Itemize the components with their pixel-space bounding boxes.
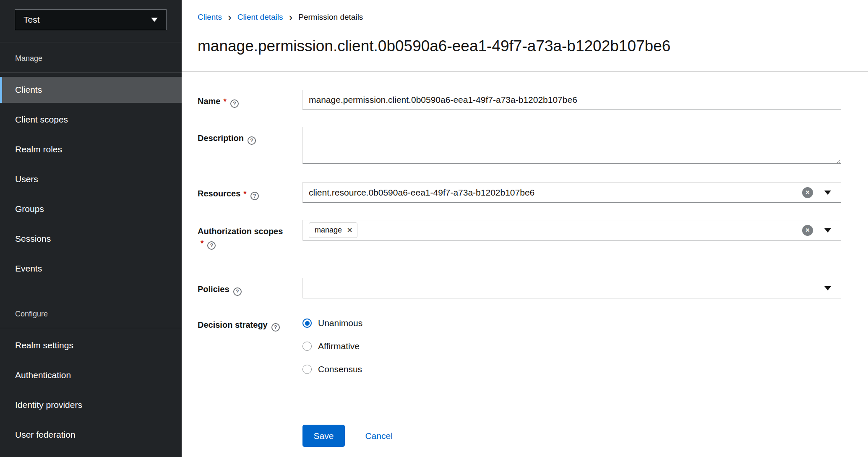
form-row-resources: Resources* client.resource.0b0590a6-eea1… [198,182,841,203]
sidebar-item-user-federation[interactable]: User federation [0,422,182,448]
sidebar-item-identity-providers[interactable]: Identity providers [0,392,182,418]
form-row-policies: Policies [198,278,841,298]
clear-selection-icon[interactable] [802,225,813,236]
page-title: manage.permission.client.0b0590a6-eea1-4… [198,37,841,55]
resources-select[interactable]: client.resource.0b0590a6-eea1-49f7-a73a-… [302,182,841,203]
radio-label: Affirmative [318,341,360,351]
sidebar-item-realm-roles[interactable]: Realm roles [0,136,182,162]
radio-option-consensus[interactable]: Consensus [302,362,841,376]
page-header: Clients Client details Permission detail… [182,0,868,72]
sidebar-item-client-scopes[interactable]: Client scopes [0,107,182,133]
authorization-scopes-label: Authorization scopes * [198,220,287,250]
actions-buttons: Save Cancel [302,425,841,447]
sidebar-item-label: Realm roles [15,144,62,154]
help-icon[interactable] [271,323,280,332]
breadcrumb-link-client-details[interactable]: Client details [237,13,283,22]
clear-selection-icon[interactable] [802,187,813,198]
policies-label: Policies [198,278,287,298]
sidebar-item-sessions[interactable]: Sessions [0,226,182,252]
select-controls [802,183,841,202]
description-field-wrap [302,127,841,165]
select-controls [824,278,841,298]
sidebar-item-groups[interactable]: Groups [0,196,182,222]
divider [0,72,182,73]
nav-section-label: Manage [0,53,182,63]
authorization-scopes-select[interactable]: manage [302,220,841,240]
help-icon[interactable] [248,136,256,145]
sidebar-item-label: Clients [15,85,42,95]
form-row-name: Name* [198,90,841,110]
radio-label: Unanimous [318,318,362,328]
resources-label: Resources* [198,182,287,203]
save-button[interactable]: Save [302,425,345,447]
nav-section-configure: Configure Realm settings Authentication … [0,309,182,448]
actions-label-spacer [198,425,287,447]
select-controls [802,220,841,240]
main-content: Clients Client details Permission detail… [182,0,868,457]
sidebar-item-authentication[interactable]: Authentication [0,362,182,388]
breadcrumb-current: Permission details [298,13,363,22]
radio-consensus[interactable] [302,365,312,374]
form-actions: Save Cancel [198,425,841,447]
scope-chip: manage [309,222,357,238]
radio-affirmative[interactable] [302,342,312,351]
sidebar-item-users[interactable]: Users [0,166,182,192]
help-icon[interactable] [250,192,259,200]
sidebar-item-label: Client scopes [15,115,68,125]
caret-down-icon[interactable] [824,286,831,290]
caret-down-icon [151,18,158,22]
name-label: Name* [198,90,287,110]
sidebar-item-clients[interactable]: Clients [0,77,182,103]
sidebar-nav: Manage Clients Client scopes Realm roles… [0,42,182,448]
realm-selector[interactable]: Test [15,9,167,30]
required-asterisk: * [243,189,246,198]
sidebar-item-label: Realm settings [15,340,73,350]
description-textarea[interactable] [302,127,841,164]
description-label: Description [198,127,287,165]
realm-selector-value: Test [23,15,40,25]
app: Test Manage Clients Client scopes Realm … [0,0,868,457]
angle-right-icon [289,13,293,21]
caret-down-icon[interactable] [824,228,831,232]
sidebar-item-realm-settings[interactable]: Realm settings [0,332,182,358]
help-icon[interactable] [230,99,239,108]
form-row-description: Description [198,127,841,165]
decision-strategy-radio-group: Unanimous Affirmative Consensus [302,313,841,376]
sidebar-item-label: Users [15,174,38,184]
policies-select[interactable] [302,278,841,298]
breadcrumb-link-clients[interactable]: Clients [198,13,222,22]
sidebar-item-label: Authentication [15,370,71,380]
divider [0,328,182,328]
radio-unanimous[interactable] [302,319,312,328]
nav-section-manage: Manage Clients Client scopes Realm roles… [0,53,182,282]
form-row-authorization-scopes: Authorization scopes * manage [198,220,841,250]
sidebar-item-events[interactable]: Events [0,256,182,282]
sidebar-item-label: Events [15,264,42,274]
sidebar-item-label: Identity providers [15,400,82,410]
decision-strategy-label: Decision strategy [198,313,287,376]
sidebar-item-label: User federation [15,430,76,440]
required-asterisk: * [201,239,203,248]
caret-down-icon[interactable] [824,191,831,195]
radio-label: Consensus [318,364,362,374]
nav-section-label: Configure [0,309,182,319]
radio-option-affirmative[interactable]: Affirmative [302,339,841,353]
help-icon[interactable] [233,287,242,296]
sidebar: Test Manage Clients Client scopes Realm … [0,0,182,457]
radio-option-unanimous[interactable]: Unanimous [302,316,841,330]
required-asterisk: * [223,97,226,106]
chip-remove-icon[interactable] [347,227,352,234]
form-row-decision-strategy: Decision strategy Unanimous Affirmative … [198,313,841,376]
help-icon[interactable] [207,241,216,250]
sidebar-item-label: Groups [15,204,44,214]
cancel-button[interactable]: Cancel [362,431,395,441]
sidebar-item-label: Sessions [15,234,51,244]
breadcrumb: Clients Client details Permission detail… [198,13,841,22]
name-input[interactable] [302,90,841,110]
realm-header: Test [0,0,182,42]
name-field-wrap [302,90,841,110]
permission-form: Name* Description Resources* [182,72,868,447]
resources-select-value: client.resource.0b0590a6-eea1-49f7-a73a-… [309,188,534,198]
angle-right-icon [228,13,232,21]
scope-chip-label: manage [315,226,342,235]
